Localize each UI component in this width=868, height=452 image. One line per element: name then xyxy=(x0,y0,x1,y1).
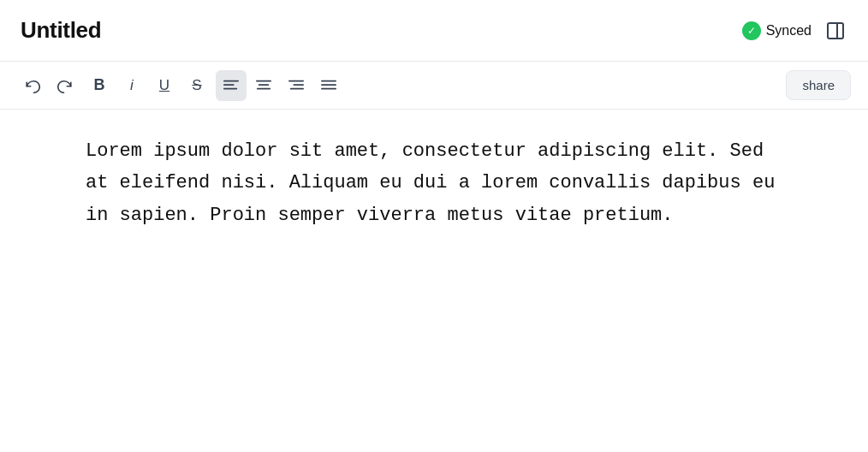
align-center-button[interactable] xyxy=(248,70,279,101)
strikethrough-button[interactable]: S xyxy=(181,70,212,101)
header: Untitled ✓ Synced xyxy=(0,0,868,62)
underline-button[interactable]: U xyxy=(149,70,180,101)
toolbar: B i U S xyxy=(0,62,868,110)
svg-rect-0 xyxy=(828,23,843,39)
align-justify-button[interactable] xyxy=(313,70,344,101)
undo-button[interactable] xyxy=(17,70,48,101)
bold-button[interactable]: B xyxy=(84,70,115,101)
align-group xyxy=(216,70,344,101)
italic-button[interactable]: i xyxy=(116,70,147,101)
document-title: Untitled xyxy=(21,17,101,44)
synced-check-icon: ✓ xyxy=(742,21,761,40)
app-container: Untitled ✓ Synced xyxy=(0,0,868,452)
document-body[interactable]: Lorem ipsum dolor sit amet, consectetur … xyxy=(86,135,782,231)
history-group xyxy=(17,70,80,101)
layout-toggle-button[interactable] xyxy=(823,21,847,41)
share-button[interactable]: share xyxy=(786,70,851,100)
align-right-button[interactable] xyxy=(281,70,312,101)
header-right: ✓ Synced xyxy=(742,21,847,41)
synced-label: Synced xyxy=(766,23,812,39)
redo-button[interactable] xyxy=(50,70,80,101)
content-area: Lorem ipsum dolor sit amet, consectetur … xyxy=(0,110,868,452)
format-group: B i U S xyxy=(84,70,212,101)
align-left-button[interactable] xyxy=(216,70,247,101)
synced-badge: ✓ Synced xyxy=(742,21,812,40)
